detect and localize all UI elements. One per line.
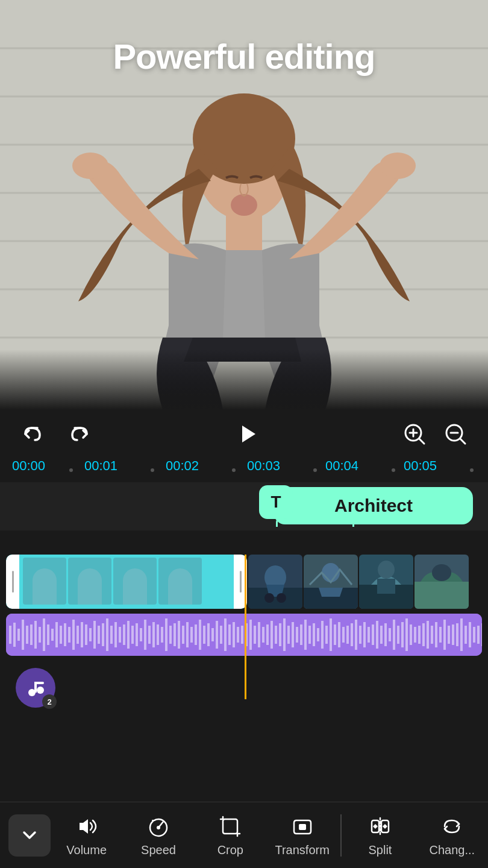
svg-rect-145 [456, 623, 458, 646]
zoom-out-button[interactable] [441, 420, 470, 448]
svg-rect-127 [380, 626, 383, 644]
svg-rect-128 [384, 623, 387, 646]
tool-volume-label: Volume [66, 843, 107, 857]
svg-rect-85 [203, 626, 205, 644]
text-bubble[interactable]: Architect [274, 487, 473, 524]
video-track[interactable] [6, 555, 482, 609]
play-button[interactable] [230, 417, 264, 451]
svg-rect-149 [473, 627, 475, 643]
svg-rect-69 [136, 623, 138, 646]
svg-rect-36 [414, 582, 469, 609]
tool-change[interactable]: Chang... [416, 802, 488, 868]
dark-thumb-1 [248, 555, 302, 609]
svg-rect-159 [223, 819, 237, 834]
svg-rect-125 [372, 624, 374, 645]
svg-rect-146 [460, 618, 463, 651]
svg-rect-92 [233, 622, 235, 647]
ruler-dot-4 [313, 468, 317, 472]
svg-rect-113 [321, 621, 324, 649]
svg-rect-67 [127, 621, 130, 649]
audio-track[interactable] [6, 614, 482, 656]
svg-rect-41 [17, 629, 20, 641]
svg-rect-62 [106, 618, 108, 651]
tool-transform[interactable]: Transform [266, 802, 338, 868]
handle-grip [12, 571, 14, 593]
svg-rect-42 [22, 620, 24, 650]
svg-rect-151 [481, 623, 482, 646]
video-clip-cyan[interactable] [6, 555, 247, 609]
svg-rect-101 [271, 621, 273, 649]
svg-rect-79 [178, 621, 180, 649]
collapse-button[interactable] [8, 814, 51, 857]
timeline-ruler[interactable]: 00:00 00:01 00:02 00:03 00:04 00:05 [0, 458, 488, 482]
svg-rect-61 [102, 623, 104, 646]
svg-rect-116 [334, 624, 336, 645]
svg-rect-103 [279, 623, 281, 646]
svg-rect-40 [13, 623, 16, 647]
svg-rect-86 [207, 623, 210, 646]
svg-rect-130 [393, 620, 395, 650]
tool-crop-label: Crop [217, 843, 243, 857]
svg-rect-120 [351, 623, 353, 646]
svg-rect-52 [64, 623, 66, 646]
clip-handle-left[interactable] [6, 555, 19, 609]
tool-crop[interactable]: Crop [195, 802, 266, 868]
svg-rect-59 [93, 621, 96, 649]
svg-rect-58 [89, 628, 92, 641]
svg-rect-43 [26, 626, 28, 644]
svg-rect-144 [452, 624, 454, 645]
svg-rect-156 [34, 682, 37, 693]
svg-point-158 [157, 826, 160, 829]
svg-rect-14 [0, 350, 488, 410]
svg-rect-66 [123, 624, 125, 645]
svg-point-27 [277, 593, 286, 603]
svg-rect-129 [389, 628, 391, 641]
text-overlay-icon[interactable]: T [259, 485, 293, 519]
svg-rect-137 [422, 623, 425, 646]
redo-button[interactable] [65, 420, 94, 448]
video-thumb-4 [158, 558, 202, 605]
timestamp-5: 00:05 [404, 458, 437, 474]
timestamp-0: 00:00 [12, 458, 45, 474]
tool-speed[interactable]: Speed [122, 802, 194, 868]
svg-rect-71 [144, 620, 146, 650]
svg-point-13 [231, 194, 257, 216]
svg-rect-105 [287, 626, 290, 644]
svg-rect-102 [275, 626, 277, 644]
ruler-dot-6 [470, 468, 474, 472]
svg-rect-115 [330, 618, 332, 651]
zoom-in-button[interactable] [400, 420, 429, 448]
svg-rect-34 [377, 579, 395, 594]
tool-volume[interactable]: Volume [51, 802, 122, 868]
video-clip-dark[interactable] [248, 555, 469, 609]
svg-rect-126 [376, 621, 378, 649]
timestamp-4: 00:04 [325, 458, 358, 474]
svg-rect-44 [30, 624, 33, 645]
svg-rect-48 [47, 624, 49, 645]
svg-rect-139 [431, 626, 433, 644]
svg-rect-60 [98, 626, 100, 644]
playhead [245, 555, 246, 699]
undo-button[interactable] [18, 420, 47, 448]
tool-split-label: Split [369, 843, 392, 857]
ruler-dot-3 [232, 468, 236, 472]
svg-rect-100 [266, 624, 269, 645]
toolbar-divider [340, 814, 342, 857]
svg-rect-53 [68, 627, 70, 643]
timestamp-1: 00:01 [84, 458, 117, 474]
text-icon-T: T [271, 492, 281, 512]
svg-rect-107 [296, 627, 298, 643]
svg-rect-70 [140, 628, 142, 641]
music-clip[interactable]: 2 [16, 668, 55, 708]
svg-rect-74 [157, 624, 159, 645]
change-icon [439, 813, 465, 840]
svg-rect-76 [165, 618, 167, 651]
tool-split[interactable]: Split [344, 802, 416, 868]
svg-rect-73 [152, 622, 155, 647]
svg-rect-57 [85, 624, 87, 645]
svg-point-12 [380, 153, 416, 179]
svg-rect-49 [51, 629, 54, 641]
music-section: 2 [6, 663, 482, 708]
ruler-dot-5 [392, 468, 395, 472]
svg-rect-63 [110, 626, 113, 644]
